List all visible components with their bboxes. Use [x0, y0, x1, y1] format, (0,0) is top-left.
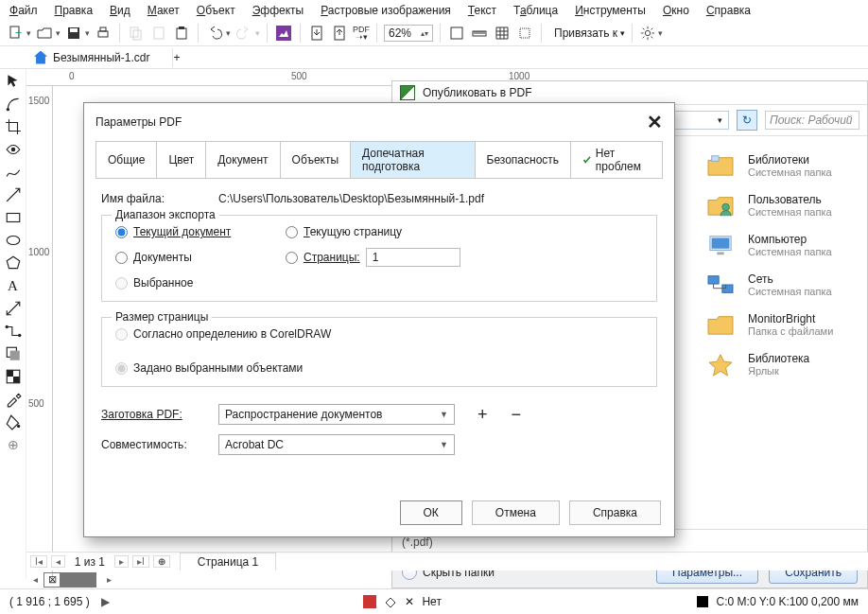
- tab-6[interactable]: Нет проблем: [571, 142, 662, 178]
- palette-scroll-right[interactable]: ▸: [100, 574, 117, 585]
- copy-icon[interactable]: [127, 24, 146, 43]
- menu-text[interactable]: Текст: [468, 4, 496, 17]
- tab-1[interactable]: Цвет: [157, 142, 206, 178]
- help-button[interactable]: Справка: [569, 500, 661, 525]
- folder-item[interactable]: MonitorBrightПапка с файлами: [704, 305, 858, 344]
- paste-icon[interactable]: [149, 24, 168, 43]
- pages-input[interactable]: [366, 248, 460, 267]
- first-page-button[interactable]: I◂: [30, 555, 47, 568]
- parallel-dim-icon[interactable]: [5, 300, 22, 317]
- menu-tools[interactable]: Инструменты: [575, 4, 646, 17]
- fullscreen-icon[interactable]: [447, 24, 466, 43]
- color-swatch[interactable]: [95, 572, 96, 588]
- open-icon[interactable]: [35, 24, 54, 43]
- rectangle-tool-icon[interactable]: [5, 209, 22, 226]
- radio-documents[interactable]: Документы: [115, 251, 276, 264]
- preset-select[interactable]: Распространение документов▼: [218, 404, 455, 425]
- svg-rect-5: [100, 27, 106, 31]
- pdf-export-icon[interactable]: PDF➝▾: [353, 24, 370, 43]
- menu-bitmaps[interactable]: Растровые изображения: [321, 4, 451, 17]
- tab-3[interactable]: Объекты: [281, 142, 352, 178]
- freehand-tool-icon[interactable]: [5, 164, 22, 181]
- status-fill-icon: [363, 595, 376, 608]
- radio-pages[interactable]: Страницы:: [286, 251, 360, 264]
- smart-draw-icon[interactable]: [5, 186, 22, 203]
- search-input[interactable]: Поиск: Рабочий: [765, 111, 859, 130]
- document-tab[interactable]: Безымянный-1.cdr: [26, 48, 173, 67]
- tab-4[interactable]: Допечатная подготовка: [351, 142, 475, 178]
- palette-scroll-left[interactable]: ◂: [26, 574, 43, 585]
- drop-shadow-icon[interactable]: [5, 345, 22, 362]
- cancel-button[interactable]: Отмена: [472, 500, 560, 525]
- menu-file[interactable]: Файл: [9, 4, 38, 17]
- tab-5[interactable]: Безопасность: [476, 142, 572, 178]
- redo-icon[interactable]: [234, 24, 253, 43]
- export-icon[interactable]: [330, 24, 349, 43]
- svg-rect-33: [712, 238, 730, 249]
- new-doc-icon[interactable]: +: [6, 24, 25, 43]
- prev-page-button[interactable]: ◂: [51, 555, 65, 568]
- menu-view[interactable]: Вид: [110, 4, 130, 17]
- menu-object[interactable]: Объект: [197, 4, 235, 17]
- fill-tool-icon[interactable]: [5, 413, 22, 430]
- zoom-tool-icon[interactable]: [5, 141, 22, 158]
- export-range-fieldset: Диапазон экспорта Текущий документ Текущ…: [101, 215, 657, 302]
- ok-button[interactable]: ОК: [400, 500, 462, 525]
- svg-rect-9: [177, 28, 186, 39]
- menu-table[interactable]: Таблица: [513, 4, 558, 17]
- tab-0[interactable]: Общие: [96, 142, 157, 178]
- next-page-button[interactable]: ▸: [114, 555, 129, 568]
- folder-item[interactable]: БиблиотекаЯрлык: [704, 344, 858, 384]
- menu-help[interactable]: Справка: [706, 4, 751, 17]
- crop-tool-icon[interactable]: [5, 118, 22, 135]
- menu-layout[interactable]: Макет: [148, 4, 180, 17]
- compat-select[interactable]: Acrobat DC▼: [218, 434, 455, 455]
- quick-customize-icon[interactable]: ⊕: [5, 436, 22, 453]
- eyedropper-tool-icon[interactable]: [5, 391, 22, 408]
- tab-2[interactable]: Документ: [206, 142, 280, 178]
- menu-edit[interactable]: Правка: [55, 4, 94, 17]
- svg-rect-7: [133, 30, 141, 40]
- save-icon[interactable]: [64, 24, 83, 43]
- menu-effects[interactable]: Эффекты: [252, 4, 304, 17]
- undo-icon[interactable]: [205, 24, 224, 43]
- folder-item[interactable]: СетьСистемная папка: [704, 265, 858, 305]
- connector-tool-icon[interactable]: [5, 323, 22, 340]
- guides-icon[interactable]: [515, 24, 534, 43]
- transparency-tool-icon[interactable]: [5, 368, 22, 385]
- add-page-button[interactable]: ⊕: [153, 555, 170, 568]
- rulers-icon[interactable]: [470, 24, 489, 43]
- import-icon[interactable]: [307, 24, 326, 43]
- preset-add-remove[interactable]: + −: [477, 405, 530, 425]
- radio-current-doc[interactable]: Текущий документ: [115, 225, 276, 238]
- options-icon[interactable]: [639, 25, 656, 42]
- close-button[interactable]: ✕: [647, 111, 663, 133]
- image-tool-icon[interactable]: [274, 24, 293, 43]
- last-page-button[interactable]: ▸I: [132, 555, 149, 568]
- folder-item[interactable]: БиблиотекиСистемная папка: [704, 146, 858, 185]
- play-icon[interactable]: ▶: [101, 595, 110, 608]
- print-icon[interactable]: [94, 24, 113, 43]
- text-tool-icon[interactable]: A: [5, 277, 22, 294]
- grid-icon[interactable]: [493, 24, 512, 43]
- filename-value: C:\Users\Пользователь\Desktop\Безымянный…: [218, 192, 484, 205]
- ellipse-tool-icon[interactable]: [5, 232, 22, 249]
- folder-item[interactable]: КомпьютерСистемная папка: [704, 225, 858, 265]
- snap-to-dropdown[interactable]: Привязать к▾: [554, 26, 625, 40]
- svg-rect-10: [179, 26, 184, 29]
- network-icon: [704, 271, 737, 299]
- new-tab-button[interactable]: +: [173, 51, 180, 64]
- pick-tool-icon[interactable]: [5, 73, 22, 90]
- polygon-tool-icon[interactable]: [5, 254, 22, 272]
- refresh-button[interactable]: ↻: [737, 110, 757, 131]
- zoom-combo[interactable]: 62%▴▾: [384, 25, 433, 42]
- menu-window[interactable]: Окно: [663, 4, 689, 17]
- radio-current-page[interactable]: Текущую страницу: [286, 225, 475, 238]
- document-tab-label: Безымянный-1.cdr: [53, 51, 149, 64]
- shape-tool-icon[interactable]: [5, 96, 22, 113]
- page-tab[interactable]: Страница 1: [180, 553, 276, 570]
- no-color-swatch[interactable]: ⊠: [43, 572, 61, 588]
- svg-rect-14: [451, 27, 462, 39]
- clipboard-icon[interactable]: [172, 24, 191, 43]
- folder-item[interactable]: ПользовательСистемная папка: [704, 185, 858, 225]
